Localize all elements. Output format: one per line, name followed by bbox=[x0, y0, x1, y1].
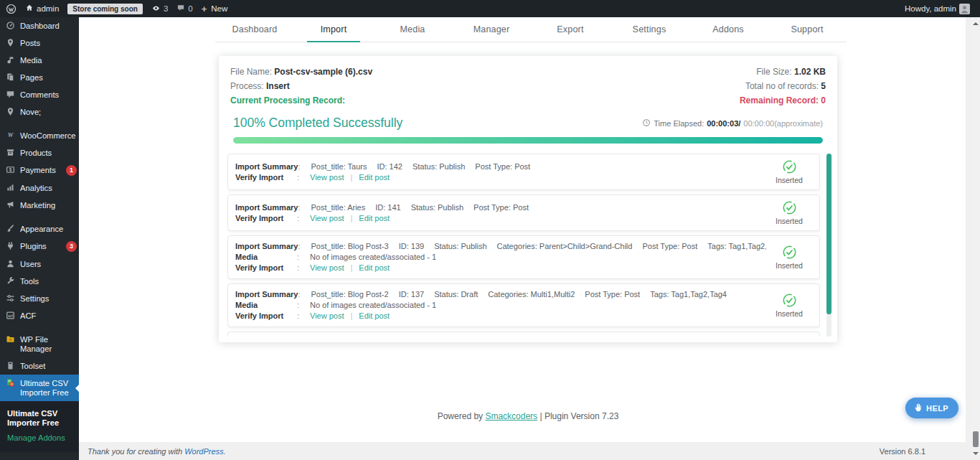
sidebar-item-plugins[interactable]: Plugins3 bbox=[0, 238, 79, 255]
file-size-value: 1.02 KB bbox=[794, 67, 826, 77]
summary-fields: Post_title: Blog Post-3ID: 139Status: Pu… bbox=[311, 241, 766, 252]
sidebar-item-toolset[interactable]: Toolset bbox=[0, 357, 79, 375]
sidebar-item-label: Media bbox=[20, 55, 77, 65]
file-name-value: Post-csv-sample (6).csv bbox=[274, 67, 372, 77]
total-records-label: Total no of records: bbox=[745, 81, 819, 91]
tab-manager[interactable]: Manager bbox=[452, 17, 531, 42]
payments-icon: $ bbox=[6, 165, 15, 174]
edit-post-link[interactable]: Edit post bbox=[359, 263, 390, 273]
results-scrollbar[interactable] bbox=[826, 154, 831, 337]
sidebar-item-pages[interactable]: Pages bbox=[0, 69, 79, 86]
toolset-icon bbox=[6, 361, 15, 370]
plugins-icon bbox=[6, 241, 15, 250]
sidebar-item-settings[interactable]: Settings bbox=[0, 290, 79, 307]
view-post-link[interactable]: View post bbox=[310, 263, 344, 273]
insert-status-label: Inserted bbox=[766, 176, 812, 184]
edit-post-link[interactable]: Edit post bbox=[359, 311, 390, 321]
tab-dashboard[interactable]: Dashboard bbox=[215, 17, 294, 42]
hand-icon bbox=[913, 403, 923, 414]
sidebar-item-label: Nove; bbox=[20, 107, 77, 117]
scroll-up-arrow[interactable] bbox=[971, 19, 980, 29]
import-results-list: Import Summary:Post_title: TaursID: 142S… bbox=[227, 154, 820, 337]
row-lines: Import Summary:Post_title: AriesID: 141S… bbox=[235, 202, 766, 224]
media-label: Media bbox=[235, 252, 297, 263]
summary-field: Status: Publish bbox=[434, 242, 486, 250]
howdy-menu[interactable]: Howdy, admin bbox=[905, 4, 970, 14]
submenu-item-ultimate-csv-importer-free[interactable]: Ultimate CSV Importer Free bbox=[0, 406, 79, 431]
smackcoders-link[interactable]: Smackcoders bbox=[485, 411, 537, 421]
wordpress-logo-icon[interactable] bbox=[6, 4, 17, 14]
sidebar-item-label: Marketing bbox=[20, 200, 77, 210]
tab-media[interactable]: Media bbox=[373, 17, 452, 42]
svg-text:w: w bbox=[9, 338, 12, 342]
edit-post-link[interactable]: Edit post bbox=[359, 213, 390, 224]
products-icon bbox=[6, 148, 15, 157]
sidebar-item-payments[interactable]: $Payments1 bbox=[0, 161, 79, 179]
summary-field: Tags: Tag1,Tag2,Tag5 bbox=[707, 242, 766, 250]
tab-support[interactable]: Support bbox=[768, 17, 847, 42]
sidebar-item-tools[interactable]: Tools bbox=[0, 273, 79, 290]
completion-heading: 100% Completed Successfully bbox=[233, 116, 402, 131]
sidebar-item-posts[interactable]: Posts bbox=[0, 34, 79, 52]
import-results-area: Import Summary:Post_title: TaursID: 142S… bbox=[227, 154, 831, 337]
site-menu[interactable]: admin bbox=[25, 4, 59, 14]
sidebar-item-analytics[interactable]: Analytics bbox=[0, 179, 79, 197]
sidebar-item-comments[interactable]: Comments bbox=[0, 86, 79, 103]
sidebar-item-label: WooCommerce bbox=[20, 131, 77, 141]
footer-version: Version 6.8.1 bbox=[880, 447, 925, 456]
sidebar-item-marketing[interactable]: Marketing bbox=[0, 197, 79, 214]
updates-menu[interactable]: 3 bbox=[151, 4, 168, 14]
summary-field: Post_title: Aries bbox=[311, 203, 365, 212]
summary-field: Categories: Parent>Child>Grand-Child bbox=[497, 242, 633, 250]
sidebar-item-acf[interactable]: acfACF bbox=[0, 307, 79, 324]
insert-status-label: Inserted bbox=[766, 309, 812, 318]
tab-settings[interactable]: Settings bbox=[610, 17, 689, 42]
sidebar-item-nove[interactable]: Nove; bbox=[0, 103, 79, 121]
sidebar-item-label: Comments bbox=[20, 90, 77, 100]
view-post-link[interactable]: View post bbox=[310, 213, 344, 224]
browser-scrollbar[interactable] bbox=[971, 17, 980, 460]
plugin-tab-bar: DashboardImportMediaManagerExportSetting… bbox=[215, 17, 847, 42]
comments-menu[interactable]: 0 bbox=[176, 4, 192, 14]
results-scrollbar-thumb[interactable] bbox=[826, 154, 831, 314]
sidebar-item-appearance[interactable]: Appearance bbox=[0, 220, 79, 238]
sidebar-item-users[interactable]: Users bbox=[0, 255, 79, 273]
help-button[interactable]: HELP bbox=[905, 398, 958, 418]
sidebar-item-dashboard[interactable]: Dashboard bbox=[0, 17, 79, 34]
link-separator: | bbox=[351, 311, 353, 321]
tab-export[interactable]: Export bbox=[531, 17, 610, 42]
verify-line: Verify Import:View post|Edit post bbox=[235, 263, 766, 273]
sidebar-item-media[interactable]: Media bbox=[0, 52, 79, 69]
view-post-link[interactable]: View post bbox=[310, 172, 344, 183]
sidebar-item-woocommerce[interactable]: WWooCommerce bbox=[0, 127, 79, 144]
new-content-menu[interactable]: + New bbox=[202, 4, 228, 14]
progress-bar-fill bbox=[233, 137, 823, 144]
plugin-footer: Powered by Smackcoders | Plugin Version … bbox=[219, 411, 837, 421]
wordpress-link[interactable]: WordPress. bbox=[184, 447, 225, 456]
completion-status-row: 100% Completed Successfully Time Elapsed… bbox=[219, 108, 837, 131]
summary-field: Post_title: Blog Post-3 bbox=[311, 242, 388, 250]
pages-icon bbox=[6, 72, 15, 82]
colon: : bbox=[297, 300, 310, 311]
sidebar-item-ultimate-csv-importer-free[interactable]: Ultimate CSV Importer Free bbox=[0, 375, 79, 401]
tab-addons[interactable]: Addons bbox=[689, 17, 768, 42]
edit-post-link[interactable]: Edit post bbox=[359, 172, 390, 183]
sidebar-item-label: Plugins bbox=[20, 241, 60, 251]
import-status-card: File Name: Post-csv-sample (6).csv File … bbox=[219, 56, 837, 342]
check-circle-icon bbox=[766, 159, 812, 174]
tab-import[interactable]: Import bbox=[294, 17, 373, 42]
sidebar-item-products[interactable]: Products bbox=[0, 144, 79, 161]
scrollbar-thumb[interactable] bbox=[973, 431, 979, 447]
woo-icon: W bbox=[6, 131, 15, 140]
process-value: Insert bbox=[266, 81, 290, 91]
plus-icon: + bbox=[202, 4, 207, 14]
view-post-link[interactable]: View post bbox=[310, 311, 344, 321]
scroll-down-arrow[interactable] bbox=[971, 449, 980, 459]
sidebar-item-wp-file-manager[interactable]: wWP File Manager bbox=[0, 331, 79, 357]
check-circle-icon bbox=[766, 245, 812, 260]
import-summary-row: Import Summary:Post_title: Blogg Post-1I… bbox=[227, 332, 820, 337]
summary-fields: Post_title: Blog Post-2ID: 137Status: Dr… bbox=[311, 289, 737, 300]
summary-field: Status: Draft bbox=[434, 290, 478, 299]
footer-thanks: Thank you for creating with WordPress. bbox=[88, 447, 226, 456]
submenu-item-manage-addons[interactable]: Manage Addons bbox=[0, 431, 79, 446]
